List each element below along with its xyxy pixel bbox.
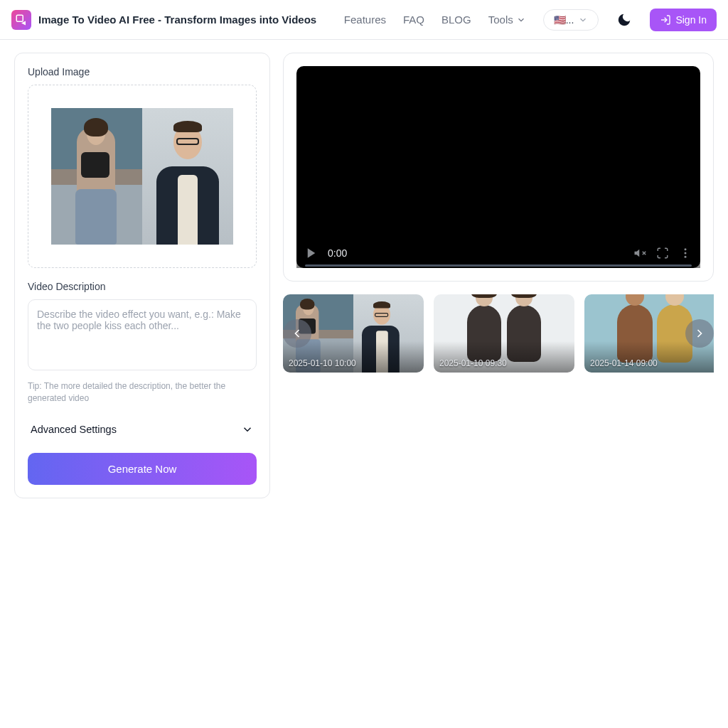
moon-icon — [616, 12, 632, 28]
advanced-settings-label: Advanced Settings — [31, 424, 117, 435]
advanced-settings-toggle[interactable]: Advanced Settings — [28, 416, 257, 443]
left-panel: Upload Image Video Description Tip: The … — [14, 53, 270, 498]
svg-point-7 — [685, 248, 687, 250]
chevron-down-icon — [516, 15, 526, 25]
app-logo — [11, 10, 31, 30]
fullscreen-icon — [656, 247, 669, 259]
nav-faq[interactable]: FAQ — [403, 14, 424, 26]
video-controls: 0:00 — [296, 238, 700, 268]
carousel-prev-button[interactable] — [283, 319, 311, 348]
upload-dropzone[interactable] — [28, 85, 257, 268]
video-time: 0:00 — [328, 247, 347, 259]
svg-marker-3 — [308, 248, 316, 258]
theme-toggle[interactable] — [616, 11, 633, 28]
chevron-left-icon — [290, 326, 304, 341]
language-label: 🇺🇸... — [554, 14, 574, 26]
page-title: Image To Video AI Free - Transform Image… — [38, 13, 316, 27]
video-progress[interactable] — [305, 264, 692, 267]
generate-button[interactable]: Generate Now — [28, 453, 257, 485]
chevron-right-icon — [692, 326, 707, 341]
description-tip: Tip: The more detailed the description, … — [28, 380, 257, 405]
main: Upload Image Video Description Tip: The … — [0, 40, 728, 511]
volume-icon — [633, 247, 646, 259]
more-vertical-icon — [679, 247, 692, 259]
upload-label: Upload Image — [28, 66, 257, 77]
thumb-timestamp: 2025-01-14 09:00 — [590, 358, 658, 368]
mute-button[interactable] — [633, 247, 646, 259]
nav-tools[interactable]: Tools — [488, 14, 526, 26]
video-player[interactable]: 0:00 — [296, 66, 700, 268]
svg-point-9 — [685, 256, 687, 258]
language-selector[interactable]: 🇺🇸... — [543, 9, 599, 31]
fullscreen-button[interactable] — [656, 247, 669, 259]
chevron-down-icon — [241, 423, 254, 436]
login-icon — [660, 14, 671, 26]
carousel-next-button[interactable] — [685, 319, 714, 348]
nav: Features FAQ BLOG Tools 🇺🇸... Sign In — [344, 9, 717, 31]
chevron-down-icon — [578, 15, 588, 25]
thumb-timestamp: 2025-01-10 10:00 — [289, 358, 356, 368]
thumb-timestamp: 2025-01-10 09:30 — [439, 358, 507, 368]
signin-label: Sign In — [675, 14, 707, 26]
video-card: 0:00 — [283, 53, 714, 282]
description-label: Video Description — [28, 281, 257, 292]
history-thumb[interactable]: 2025-01-10 09:30 — [434, 294, 574, 373]
svg-marker-4 — [635, 250, 640, 257]
history-thumbnails: 2025-01-10 10:00 2025-01-10 09:30 2025-0… — [283, 294, 714, 373]
header: Image To Video AI Free - Transform Image… — [0, 0, 728, 40]
nav-features[interactable]: Features — [344, 14, 386, 26]
right-panel: 0:00 — [283, 53, 714, 498]
svg-point-8 — [685, 252, 687, 255]
play-icon — [305, 247, 318, 259]
nav-blog[interactable]: BLOG — [441, 14, 471, 26]
upload-preview-image — [51, 108, 233, 245]
play-button[interactable] — [305, 247, 318, 259]
nav-tools-label: Tools — [488, 14, 513, 26]
description-input[interactable] — [28, 299, 257, 370]
signin-button[interactable]: Sign In — [650, 9, 717, 31]
svg-rect-0 — [16, 15, 23, 21]
more-button[interactable] — [679, 247, 692, 259]
